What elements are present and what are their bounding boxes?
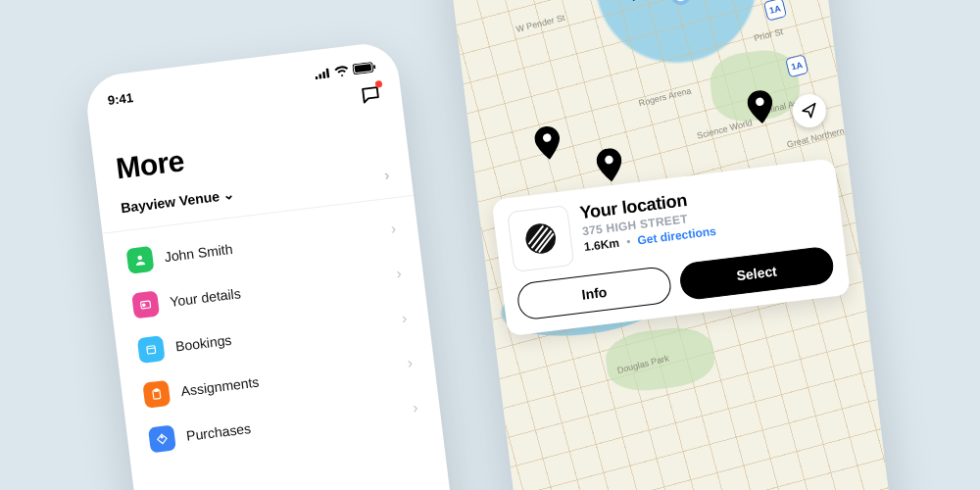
tag-icon [148, 424, 176, 453]
svg-point-9 [143, 304, 146, 307]
chevron-right-icon: › [383, 167, 390, 185]
svg-rect-12 [154, 389, 158, 392]
svg-point-13 [161, 436, 163, 438]
svg-rect-5 [355, 64, 372, 73]
signal-icon [314, 66, 331, 82]
venue-name: Bayview Venue [120, 188, 220, 216]
calendar-icon [137, 335, 166, 364]
messages-button[interactable] [359, 82, 383, 107]
location-thumbnail [507, 205, 574, 272]
battery-icon [352, 61, 377, 78]
chevron-right-icon: › [390, 220, 397, 238]
svg-rect-2 [322, 72, 325, 78]
map-pin-icon[interactable] [746, 89, 775, 125]
svg-rect-1 [318, 74, 321, 78]
separator: • [625, 234, 631, 248]
info-button[interactable]: Info [515, 266, 672, 321]
map-pin-icon[interactable] [595, 147, 624, 183]
svg-rect-0 [316, 76, 318, 79]
id-card-icon [131, 290, 160, 318]
clipboard-icon [142, 380, 171, 409]
phone-map-screen: W Pender St Prior St Terminal Ave Great … [446, 0, 899, 490]
map-view[interactable]: W Pender St Prior St Terminal Ave Great … [446, 0, 899, 490]
svg-rect-6 [373, 65, 375, 69]
svg-rect-3 [326, 68, 330, 77]
select-button[interactable]: Select [678, 245, 835, 301]
location-distance: 1.6Km [583, 236, 619, 254]
more-menu-list: John Smith › Your details › Bookings › A… [103, 204, 442, 466]
notification-dot-icon [375, 80, 383, 88]
chevron-down-icon: ⌄ [222, 186, 236, 203]
status-time: 9:41 [107, 90, 134, 108]
chevron-right-icon: › [406, 354, 413, 372]
chevron-right-icon: › [395, 265, 402, 283]
map-pin-icon[interactable] [533, 124, 563, 161]
svg-rect-10 [147, 346, 156, 355]
phone-more-screen: 9:41 More Bayview Venue ⌄ › John Smith ›… [83, 40, 468, 490]
person-icon [126, 246, 155, 274]
chevron-right-icon: › [401, 310, 408, 328]
svg-point-7 [137, 255, 142, 260]
chevron-right-icon: › [412, 399, 418, 417]
wifi-icon [333, 64, 350, 80]
